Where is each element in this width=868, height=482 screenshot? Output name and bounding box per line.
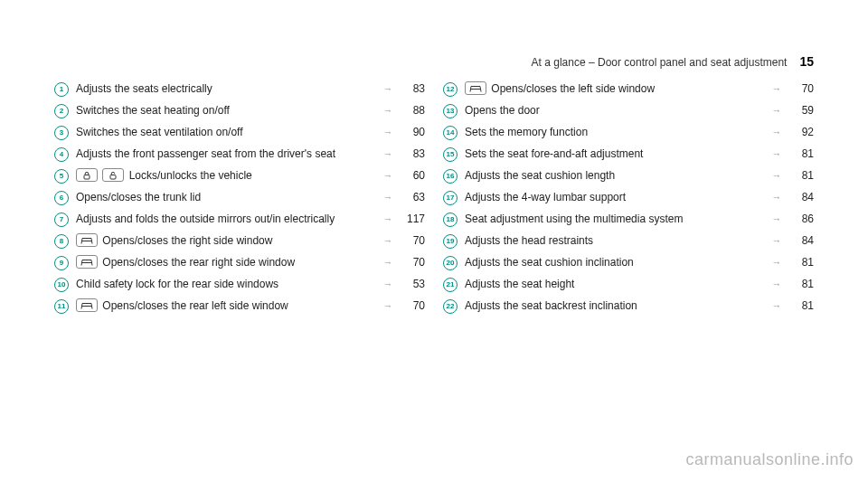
- page-header: At a glance – Door control panel and sea…: [54, 54, 814, 69]
- page-ref-arrow-icon: →: [769, 298, 785, 313]
- item-number-badge: 7: [54, 213, 69, 227]
- item-number-badge: 8: [54, 234, 69, 249]
- item-text: Adjusts the seat height: [465, 278, 574, 290]
- header-title: At a glance – Door control panel and sea…: [532, 56, 788, 69]
- item-text: Sets the seat fore-and-aft adjustment: [465, 147, 643, 160]
- item-text: Child safety lock for the rear side wind…: [76, 278, 278, 290]
- window-icon: [76, 298, 98, 312]
- page-ref-arrow-icon: →: [380, 81, 396, 96]
- page-ref-arrow-icon: →: [380, 255, 396, 269]
- item-text: Adjusts and folds the outside mirrors ou…: [76, 213, 335, 225]
- item-number-badge: 18: [443, 213, 458, 227]
- list-item: 2Switches the seat heating on/off→88: [54, 103, 425, 118]
- item-description: Switches the seat heating on/off: [76, 103, 380, 118]
- window-icon: [465, 81, 486, 95]
- item-text: Opens/closes the rear right side window: [102, 256, 295, 269]
- page-ref-number: 90: [396, 125, 425, 139]
- page-ref-arrow-icon: →: [380, 146, 396, 161]
- page-ref-arrow-icon: →: [380, 277, 396, 291]
- list-item: 12 Opens/closes the left side window→70: [443, 81, 814, 97]
- item-text: Opens/closes the right side window: [102, 234, 272, 247]
- page-ref-number: 81: [785, 255, 814, 269]
- page-ref-number: 83: [396, 81, 425, 96]
- item-description: Locks/unlocks the vehicle: [76, 168, 380, 183]
- page-ref-number: 70: [396, 233, 425, 248]
- list-item: 11 Opens/closes the rear left side windo…: [54, 298, 425, 314]
- item-text: Adjusts the head restraints: [465, 234, 593, 247]
- lock-closed-icon: [76, 168, 98, 182]
- page-ref-arrow-icon: →: [769, 146, 785, 161]
- page-ref-number: 81: [785, 298, 814, 313]
- page-ref-number: 59: [785, 103, 814, 118]
- list-item: 18Seat adjustment using the multimedia s…: [443, 212, 814, 227]
- page-ref-arrow-icon: →: [769, 103, 785, 118]
- item-text: Locks/unlocks the vehicle: [129, 169, 252, 182]
- item-description: Opens/closes the left side window: [465, 81, 769, 96]
- item-number-badge: 17: [443, 191, 458, 205]
- item-description: Adjusts the seat height: [465, 277, 769, 291]
- item-text: Adjusts the 4-way lumbar support: [465, 191, 626, 203]
- page-ref-number: 70: [396, 255, 425, 269]
- item-number-badge: 10: [54, 278, 69, 292]
- page-ref-arrow-icon: →: [769, 81, 785, 96]
- item-description: Adjusts the 4-way lumbar support: [465, 190, 769, 204]
- item-number-badge: 11: [54, 299, 69, 314]
- item-number-badge: 20: [443, 256, 458, 270]
- page-ref-arrow-icon: →: [380, 212, 396, 226]
- list-item: 21Adjusts the seat height→81: [443, 277, 814, 292]
- page-ref-arrow-icon: →: [380, 233, 396, 248]
- page-ref-number: 117: [396, 212, 425, 226]
- list-item: 5 Locks/unlocks the vehicle→60: [54, 168, 425, 184]
- item-text: Adjusts the front passenger seat from th…: [76, 147, 335, 160]
- page-ref-number: 86: [785, 212, 814, 226]
- content-columns: 1Adjusts the seats electrically→832Switc…: [54, 81, 814, 320]
- item-text: Adjusts the seat backrest inclination: [465, 299, 637, 312]
- window-icon: [76, 255, 98, 269]
- list-item: 14Sets the memory function→92: [443, 125, 814, 140]
- item-number-badge: 19: [443, 234, 458, 249]
- page-ref-number: 84: [785, 190, 814, 204]
- list-item: 17Adjusts the 4-way lumbar support→84: [443, 190, 814, 205]
- lock-open-icon: [102, 168, 124, 182]
- item-description: Opens/closes the trunk lid: [76, 190, 380, 204]
- item-description: Opens/closes the rear left side window: [76, 298, 380, 313]
- item-text: Adjusts the seat cushion inclination: [465, 256, 634, 269]
- item-description: Child safety lock for the rear side wind…: [76, 277, 380, 291]
- page-number: 15: [799, 54, 814, 69]
- item-number-badge: 16: [443, 169, 458, 184]
- item-text: Switches the seat ventilation on/off: [76, 126, 243, 138]
- item-number-badge: 4: [54, 147, 69, 162]
- page-ref-arrow-icon: →: [769, 255, 785, 269]
- list-item: 10Child safety lock for the rear side wi…: [54, 277, 425, 292]
- list-item: 3Switches the seat ventilation on/off→90: [54, 125, 425, 140]
- item-number-badge: 12: [443, 82, 458, 97]
- window-icon: [76, 233, 98, 247]
- page-ref-arrow-icon: →: [769, 168, 785, 183]
- svg-rect-0: [84, 175, 90, 179]
- item-text: Adjusts the seat cushion length: [465, 169, 615, 182]
- page-ref-number: 53: [396, 277, 425, 291]
- page-ref-arrow-icon: →: [380, 190, 396, 204]
- list-item: 16Adjusts the seat cushion length→81: [443, 168, 814, 184]
- item-text: Opens/closes the left side window: [491, 82, 655, 95]
- item-description: Adjusts the seat backrest inclination: [465, 298, 769, 313]
- watermark: carmanualsonline.info: [685, 450, 854, 469]
- item-description: Seat adjustment using the multimedia sys…: [465, 212, 769, 226]
- list-item: 19Adjusts the head restraints→84: [443, 233, 814, 249]
- page-ref-number: 63: [396, 190, 425, 204]
- item-description: Opens the door: [465, 103, 769, 118]
- page-ref-number: 83: [396, 146, 425, 161]
- item-number-badge: 9: [54, 256, 69, 270]
- page-ref-number: 81: [785, 277, 814, 291]
- page-ref-number: 81: [785, 168, 814, 183]
- left-column: 1Adjusts the seats electrically→832Switc…: [54, 81, 425, 320]
- item-number-badge: 15: [443, 147, 458, 162]
- list-item: 20Adjusts the seat cushion inclination→8…: [443, 255, 814, 270]
- list-item: 1Adjusts the seats electrically→83: [54, 81, 425, 97]
- item-description: Opens/closes the right side window: [76, 233, 380, 248]
- item-description: Adjusts the seats electrically: [76, 81, 380, 96]
- item-description: Opens/closes the rear right side window: [76, 255, 380, 269]
- item-description: Adjusts the front passenger seat from th…: [76, 146, 380, 161]
- item-description: Sets the seat fore-and-aft adjustment: [465, 146, 769, 161]
- list-item: 9 Opens/closes the rear right side windo…: [54, 255, 425, 270]
